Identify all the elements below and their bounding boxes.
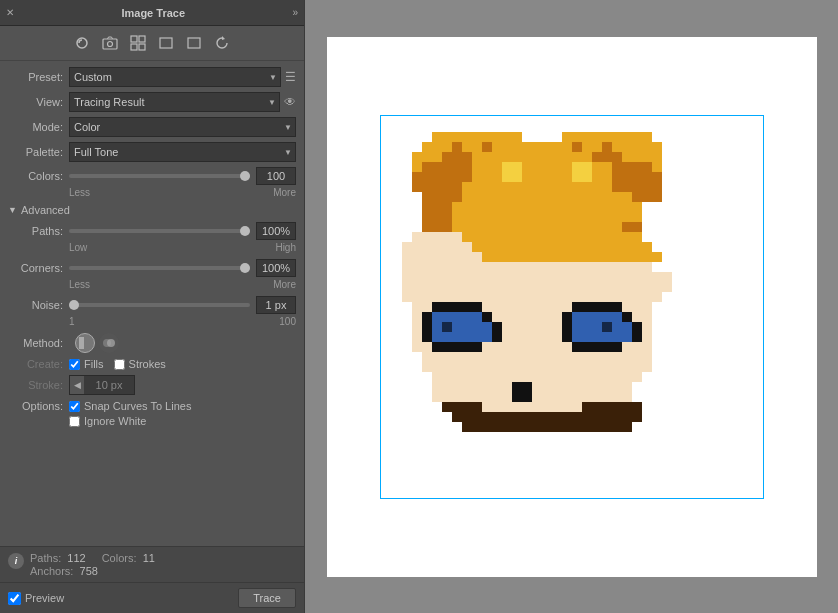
info-line-1: Paths: 112 Colors: 11: [30, 552, 296, 564]
preset-menu-icon[interactable]: ☰: [285, 70, 296, 84]
svg-rect-7: [160, 38, 172, 48]
reset-icon[interactable]: [211, 32, 233, 54]
corners-less-label: Less: [69, 279, 90, 290]
create-row: Create: Fills Strokes: [8, 358, 296, 370]
canvas-white: [327, 37, 817, 577]
collapse-icon[interactable]: »: [292, 7, 298, 18]
strokes-label: Strokes: [129, 358, 166, 370]
corners-label: Corners:: [8, 262, 63, 274]
noise-value-input[interactable]: [256, 296, 296, 314]
preview-checkbox-label[interactable]: Preview: [8, 592, 64, 605]
corners-value-input[interactable]: [256, 259, 296, 277]
info-bar: i Paths: 112 Colors: 11 Anchors: 758: [0, 546, 304, 582]
method-abutting-icon[interactable]: [75, 333, 95, 353]
ignore-white-checkbox-label[interactable]: Ignore White: [69, 415, 146, 427]
paths-value-input[interactable]: [256, 222, 296, 240]
preset-select-wrapper: Custom Default High Fidelity Photo ▼: [69, 67, 281, 87]
paths-count: 112: [67, 552, 85, 564]
info-line-2: Anchors: 758: [30, 565, 296, 577]
options-label: Options:: [8, 400, 63, 412]
preset-label: Preset:: [8, 71, 63, 83]
ignore-white-row: Ignore White: [69, 415, 296, 427]
method-label: Method:: [8, 337, 63, 349]
fills-checkbox[interactable]: [69, 359, 80, 370]
fills-checkbox-label[interactable]: Fills: [69, 358, 104, 370]
ignore-white-label: Ignore White: [84, 415, 146, 427]
svg-rect-1: [103, 39, 117, 49]
rect-icon[interactable]: [155, 32, 177, 54]
fills-label: Fills: [84, 358, 104, 370]
panel-title: Image Trace: [121, 7, 185, 19]
paths-label: Paths:: [8, 225, 63, 237]
snap-curves-label: Snap Curves To Lines: [84, 400, 191, 412]
paths-slider[interactable]: [69, 229, 250, 233]
colors-less-label: Less: [69, 187, 90, 198]
view-select-wrapper: Tracing Result Source Image Outline ▼: [69, 92, 280, 112]
info-icon: i: [8, 553, 24, 569]
mode-select-wrapper: Color Grayscale Black and White ▼: [69, 117, 296, 137]
anchors-count: 758: [80, 565, 98, 577]
noise-slider-hints: 1 100: [69, 316, 296, 327]
preset-row: Preset: Custom Default High Fidelity Pho…: [8, 67, 296, 87]
noise-min-label: 1: [69, 316, 75, 327]
stroke-decrement-icon[interactable]: ◀: [70, 376, 84, 394]
stroke-label: Stroke:: [8, 379, 63, 391]
paths-high-label: High: [275, 242, 296, 253]
snap-curves-checkbox-label[interactable]: Snap Curves To Lines: [69, 400, 191, 412]
view-eye-icon[interactable]: 👁: [284, 95, 296, 109]
canvas-area: [305, 0, 838, 613]
grid-icon[interactable]: [127, 32, 149, 54]
stroke-value-input[interactable]: [84, 376, 134, 394]
colors-value-input[interactable]: [256, 167, 296, 185]
colors-slider[interactable]: [69, 174, 250, 178]
noise-slider[interactable]: [69, 303, 250, 307]
auto-trace-icon[interactable]: [71, 32, 93, 54]
noise-slider-row: Noise:: [8, 296, 296, 314]
mode-label: Mode:: [8, 121, 63, 133]
trace-button[interactable]: Trace: [238, 588, 296, 608]
paths-low-label: Low: [69, 242, 87, 253]
panel-left-controls: ✕: [6, 7, 14, 18]
corners-slider-row: Corners:: [8, 259, 296, 277]
mode-select[interactable]: Color Grayscale Black and White: [69, 117, 296, 137]
paths-slider-row: Paths:: [8, 222, 296, 240]
svg-rect-5: [131, 44, 137, 50]
camera-icon[interactable]: [99, 32, 121, 54]
svg-point-12: [107, 339, 115, 347]
mode-row: Mode: Color Grayscale Black and White ▼: [8, 117, 296, 137]
paths-slider-hints: Low High: [69, 242, 296, 253]
view-select[interactable]: Tracing Result Source Image Outline: [69, 92, 280, 112]
advanced-section-header[interactable]: ▼ Advanced: [8, 204, 296, 216]
svg-rect-4: [139, 36, 145, 42]
palette-select[interactable]: Full Tone Limited Automatic Custom: [69, 142, 296, 162]
view-label: View:: [8, 96, 63, 108]
image-trace-panel: ✕ Image Trace »: [0, 0, 305, 613]
svg-rect-3: [131, 36, 137, 42]
bottom-bar: Preview Trace: [0, 582, 304, 613]
preview-checkbox[interactable]: [8, 592, 21, 605]
noise-max-label: 100: [279, 316, 296, 327]
rect2-icon[interactable]: [183, 32, 205, 54]
svg-rect-10: [86, 337, 91, 349]
method-overlapping-icon[interactable]: [99, 333, 119, 353]
anchors-info-label: Anchors: 758: [30, 565, 98, 577]
ignore-white-checkbox[interactable]: [69, 416, 80, 427]
colors-slider-row: Colors:: [8, 167, 296, 185]
snap-curves-checkbox[interactable]: [69, 401, 80, 412]
strokes-checkbox[interactable]: [114, 359, 125, 370]
colors-label: Colors:: [8, 170, 63, 182]
create-label: Create:: [8, 358, 63, 370]
method-icons: [75, 333, 119, 353]
pixel-art-canvas[interactable]: [382, 117, 762, 497]
corners-slider[interactable]: [69, 266, 250, 270]
panel-body: Preset: Custom Default High Fidelity Pho…: [0, 61, 304, 546]
preset-select[interactable]: Custom Default High Fidelity Photo: [69, 67, 281, 87]
strokes-checkbox-label[interactable]: Strokes: [114, 358, 166, 370]
icon-toolbar: [0, 26, 304, 61]
svg-rect-8: [188, 38, 200, 48]
options-snap-row: Options: Snap Curves To Lines: [8, 400, 296, 412]
close-icon[interactable]: ✕: [6, 7, 14, 18]
advanced-toggle-icon: ▼: [8, 205, 17, 215]
method-row: Method:: [8, 333, 296, 353]
stroke-row: Stroke: ◀: [8, 375, 296, 395]
